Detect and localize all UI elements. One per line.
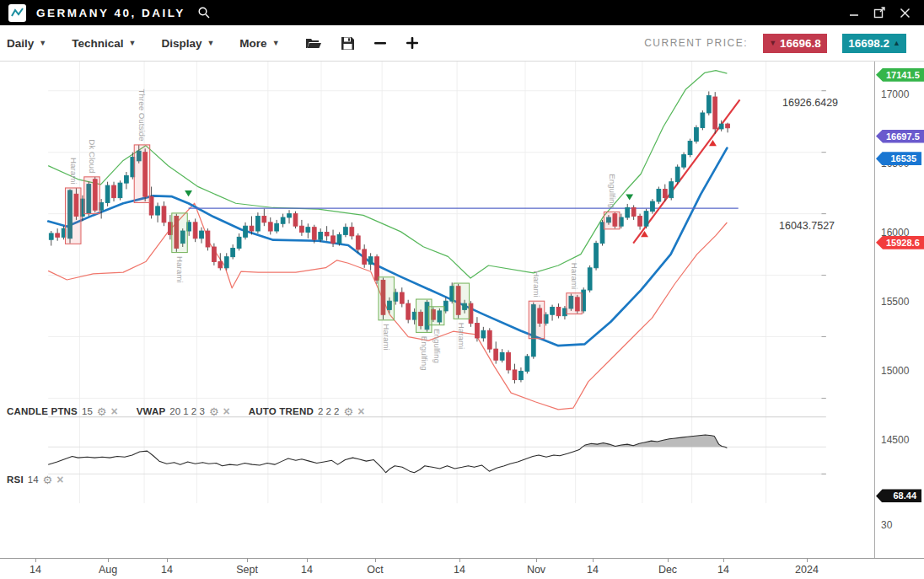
rsi-line [48, 435, 727, 473]
price-chart-canvas[interactable]: HaramiDk CloudThree OutsideHaramiHaramiE… [0, 62, 874, 558]
candlestick [319, 233, 323, 240]
candlestick [500, 352, 504, 360]
price-badge-vwap-last: 16535 [876, 152, 921, 165]
window-title: GERMANY 40, DAILY [36, 7, 185, 19]
time-tick [668, 559, 669, 562]
settings-gear-icon[interactable]: ⚙ [97, 406, 107, 417]
open-folder-icon[interactable] [305, 36, 322, 50]
search-icon[interactable] [197, 6, 211, 19]
candlestick [481, 330, 486, 338]
candlestick [331, 236, 336, 244]
time-tick-label: 14 [454, 564, 465, 576]
candlestick [105, 185, 110, 202]
chevron-down-icon: ▼ [39, 39, 46, 47]
current-price-label: CURRENT PRICE: [644, 37, 748, 49]
candlestick [156, 206, 160, 215]
menu-technical[interactable]: Technical▼ [72, 37, 136, 50]
pattern-label: Three Outside [137, 89, 147, 142]
chevron-down-icon: ▼ [272, 39, 280, 47]
candlestick [726, 124, 730, 128]
candlestick [200, 231, 204, 239]
settings-gear-icon[interactable]: ⚙ [209, 406, 219, 417]
toolbar: Daily▼ Technical▼ Display▼ More▼ CURRENT… [0, 25, 924, 62]
pattern-label: Harami [532, 271, 541, 297]
candlestick [638, 217, 642, 227]
indicator-chip-auto-trend: AUTO TREND 2 2 2 ⚙ × [249, 405, 365, 417]
menu-daily[interactable]: Daily▼ [7, 37, 46, 50]
pattern-label: Dk Cloud [88, 139, 97, 173]
indicator-chip-rsi: RSI 14 ⚙ × [7, 474, 63, 485]
candlestick [255, 217, 260, 232]
candlestick [212, 247, 216, 262]
trend-line-price-label: 16926.6429 [782, 97, 838, 109]
rsi-value-badge: 68.44 [876, 489, 921, 502]
minimize-button[interactable] [849, 8, 859, 18]
candlestick [669, 182, 674, 198]
time-tick-label: Nov [527, 564, 545, 576]
candlestick [663, 189, 667, 197]
pattern-label: Harami [175, 256, 185, 282]
zoom-in-button[interactable] [406, 36, 419, 50]
candlestick [525, 357, 529, 372]
candlestick [494, 349, 498, 360]
candlestick [588, 268, 592, 290]
candlestick [244, 226, 248, 237]
time-tick-label: Dec [658, 564, 677, 576]
settings-gear-icon[interactable]: ⚙ [343, 406, 353, 417]
remove-indicator-icon[interactable]: × [110, 405, 117, 417]
candlestick [218, 262, 223, 268]
zoom-out-button[interactable] [373, 36, 387, 50]
time-tick-label: 14 [587, 564, 599, 576]
candlestick [551, 308, 555, 315]
candlestick [713, 97, 717, 129]
candlestick [507, 352, 511, 369]
menu-more[interactable]: More▼ [239, 37, 279, 50]
time-tick [536, 559, 537, 562]
candlestick [306, 228, 310, 233]
time-tick-label: 2024 [795, 564, 819, 576]
remove-indicator-icon[interactable]: × [56, 474, 63, 485]
time-tick-label: 14 [301, 564, 313, 576]
time-tick [375, 559, 376, 562]
candlestick [287, 214, 292, 217]
pattern-label: Engulfing [420, 336, 429, 371]
chart-area[interactable]: HaramiDk CloudThree OutsideHaramiHaramiE… [0, 62, 874, 558]
candlestick [49, 233, 53, 239]
candlestick [657, 189, 661, 201]
price-axis[interactable]: 1700016500160001550015000145003017141.51… [874, 62, 924, 558]
pattern-box [66, 188, 81, 244]
arrow-down-icon: ▼ [769, 40, 776, 47]
remove-indicator-icon[interactable]: × [223, 405, 230, 417]
settings-gear-icon[interactable]: ⚙ [43, 474, 53, 485]
candlestick [701, 113, 705, 128]
save-icon[interactable] [341, 36, 355, 51]
time-tick [807, 559, 808, 562]
candlestick [312, 228, 316, 240]
candlestick [206, 231, 210, 247]
candlestick [281, 217, 285, 223]
signal-sell-icon [185, 190, 192, 196]
app-logo-icon [8, 4, 26, 22]
pattern-label: Harami [457, 323, 466, 349]
candlestick [626, 207, 630, 217]
candlestick [224, 257, 228, 268]
candlestick [325, 233, 329, 236]
signal-sell-icon [626, 194, 633, 200]
candlestick [124, 175, 128, 183]
time-tick-label: Aug [99, 564, 117, 576]
candlestick [112, 185, 116, 198]
popout-button[interactable] [873, 7, 885, 19]
pattern-label: Engulfing [608, 174, 617, 208]
candlestick [400, 292, 404, 303]
remove-indicator-icon[interactable]: × [357, 405, 364, 417]
time-tick-label: 14 [161, 564, 173, 576]
menu-display[interactable]: Display▼ [161, 37, 214, 50]
time-axis[interactable]: 14Aug14Sept14Oct14Nov14Dec142024 [0, 558, 924, 579]
candlestick [363, 249, 367, 265]
candlestick [293, 214, 298, 227]
title-bar: GERMANY 40, DAILY [0, 0, 924, 25]
candlestick [344, 228, 348, 235]
indicator-chip-candle-ptns: CANDLE PTNS 15 ⚙ × [7, 405, 118, 417]
chevron-down-icon: ▼ [128, 39, 136, 47]
close-icon[interactable] [900, 8, 911, 19]
